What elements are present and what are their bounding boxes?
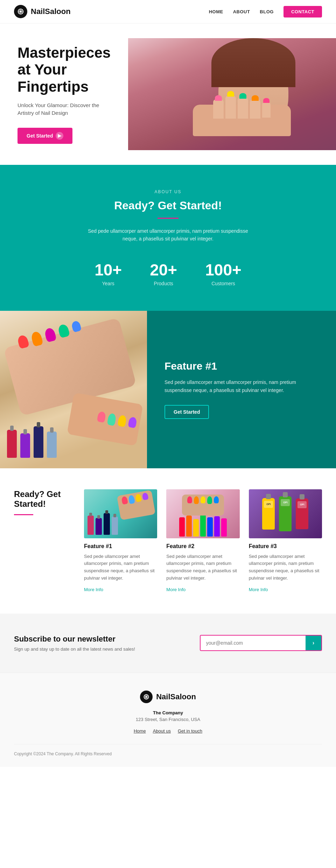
newsletter-submit-icon: › xyxy=(313,640,314,646)
stat-years-label: Years xyxy=(94,281,122,286)
navbar: NailSaloon HOME ABOUT BLOG CONTACT xyxy=(0,0,336,23)
newsletter-title: Subscribe to our newsletter xyxy=(14,635,135,644)
footer-logo-svg xyxy=(143,693,150,700)
footer-copyright: Copyright ©2024 The Company. All Rights … xyxy=(14,744,322,756)
nav-blog[interactable]: BLOG xyxy=(260,9,274,14)
about-title: Ready? Get Started! xyxy=(14,199,322,212)
feature-card-1-image xyxy=(84,489,157,538)
feature-banner-content: Feature #1 Sed pede ullamcorper amet ull… xyxy=(147,311,336,468)
feature-card-2-desc: Sed pede ullamcorper amet ullamcorper pr… xyxy=(166,553,239,582)
feature-card-3-title: Feature #3 xyxy=(249,543,322,550)
feature-card-1-title: Feature #1 xyxy=(84,543,157,550)
newsletter-form: › xyxy=(200,635,322,651)
nav-contact-button[interactable]: CONTACT xyxy=(284,6,322,18)
footer-address: 123 Street, San Francisco, USA xyxy=(14,717,322,722)
stat-products-label: Products xyxy=(150,281,177,286)
footer-link-contact[interactable]: Get in touch xyxy=(178,728,202,734)
stat-years-number: 10+ xyxy=(94,260,122,279)
features-divider xyxy=(14,514,33,515)
newsletter-text: Subscribe to our newsletter Sign up and … xyxy=(14,635,135,652)
logo[interactable]: NailSaloon xyxy=(14,5,71,18)
nav-about[interactable]: ABOUT xyxy=(233,9,250,14)
newsletter-section: Subscribe to our newsletter Sign up and … xyxy=(0,614,336,673)
feature-banner-cta-button[interactable]: Get Started xyxy=(164,405,209,419)
stat-customers: 100+ Customers xyxy=(205,260,241,286)
feature-card-2-image xyxy=(166,489,239,538)
nav-links: HOME ABOUT BLOG CONTACT xyxy=(209,6,322,18)
feature-card-3-image: OPI OPI OPI xyxy=(249,489,322,538)
footer-link-about[interactable]: About us xyxy=(153,728,171,734)
hero-cta-button[interactable]: Get Started ▶ xyxy=(18,128,72,144)
footer-links: Home About us Get in touch xyxy=(14,728,322,734)
stat-products-number: 20+ xyxy=(150,260,177,279)
feature-banner-section: Feature #1 Sed pede ullamcorper amet ull… xyxy=(0,311,336,468)
hero-cta-label: Get Started xyxy=(27,133,53,139)
footer-logo-icon xyxy=(140,691,153,703)
feature-card-2-link[interactable]: More Info xyxy=(166,587,186,592)
footer-brand-name: NailSaloon xyxy=(156,692,196,701)
feature-card-3: OPI OPI OPI Feature #3 Sed pede ullamcor… xyxy=(249,489,322,593)
about-divider xyxy=(158,218,178,219)
newsletter-email-input[interactable] xyxy=(201,636,306,650)
nav-home[interactable]: HOME xyxy=(209,9,223,14)
feature-card-2-title: Feature #2 xyxy=(166,543,239,550)
about-label: ABOUT US xyxy=(14,189,322,194)
hero-text: Masterpieces at Your Fingertips Unlock Y… xyxy=(0,23,128,165)
features-section-heading: Ready? Get Started! xyxy=(14,489,70,510)
hero-subtitle: Unlock Your Glamour: Discover the Artist… xyxy=(18,102,111,117)
footer-company-label: The Company xyxy=(14,710,322,715)
hero-cta-arrow-icon: ▶ xyxy=(56,132,63,140)
hero-image xyxy=(128,38,336,150)
stat-years: 10+ Years xyxy=(94,260,122,286)
hero-title: Masterpieces at Your Fingertips xyxy=(18,44,111,95)
newsletter-subtitle: Sign up and stay up to date on all the l… xyxy=(14,646,135,652)
brand-name: NailSaloon xyxy=(31,7,71,16)
footer-link-home[interactable]: Home xyxy=(134,728,146,734)
feature-card-1: Feature #1 Sed pede ullamcorper amet ull… xyxy=(84,489,157,593)
features-section: Ready? Get Started! xyxy=(0,468,336,614)
newsletter-submit-button[interactable]: › xyxy=(306,636,321,650)
hero-section: Masterpieces at Your Fingertips Unlock Y… xyxy=(0,23,336,165)
footer-logo: NailSaloon xyxy=(14,691,322,703)
feature-banner-image xyxy=(0,311,147,468)
footer: NailSaloon The Company 123 Street, San F… xyxy=(0,673,336,767)
logo-icon xyxy=(14,5,27,18)
feature-card-1-desc: Sed pede ullamcorper amet ullamcorper pr… xyxy=(84,553,157,582)
feature-card-3-link[interactable]: More Info xyxy=(249,587,268,592)
stat-products: 20+ Products xyxy=(150,260,177,286)
feature-card-2: Feature #2 Sed pede ullamcorper amet ull… xyxy=(166,489,239,593)
feature-banner-description: Sed pede ullamcorper amet ullamcorper pr… xyxy=(164,378,318,394)
stat-customers-number: 100+ xyxy=(205,260,241,279)
stat-customers-label: Customers xyxy=(205,281,241,286)
stats-container: 10+ Years 20+ Products 100+ Customers xyxy=(14,260,322,286)
feature-banner-title: Feature #1 xyxy=(164,360,318,372)
features-grid: Feature #1 Sed pede ullamcorper amet ull… xyxy=(84,489,322,593)
about-section: ABOUT US Ready? Get Started! Sed pede ul… xyxy=(0,165,336,311)
about-description: Sed pede ullamcorper amet ullamcorper pr… xyxy=(80,227,255,243)
logo-svg xyxy=(17,8,24,15)
feature-card-1-link[interactable]: More Info xyxy=(84,587,103,592)
features-left-column: Ready? Get Started! xyxy=(14,489,70,593)
feature-card-3-desc: Sed pede ullamcorper amet ullamcorper pr… xyxy=(249,553,322,582)
